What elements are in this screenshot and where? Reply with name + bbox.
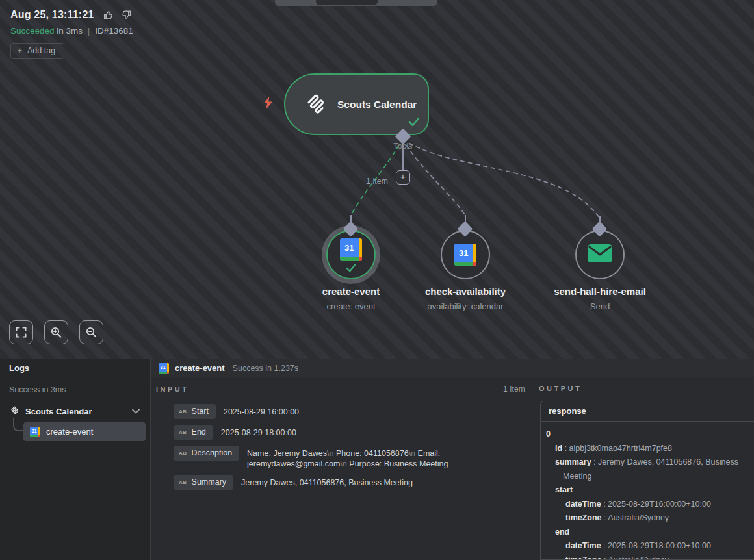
tool-node-check-availability[interactable]: 31 bbox=[441, 230, 490, 279]
response-entry-end: end bbox=[546, 526, 754, 540]
field-key-label: Start bbox=[192, 407, 209, 416]
thumbs-down-icon[interactable] bbox=[122, 10, 132, 20]
logs-title: Logs bbox=[0, 359, 150, 377]
input-title: INPUT bbox=[156, 385, 189, 393]
response-index: 0 bbox=[546, 427, 754, 442]
status-succeeded: Succeeded bbox=[10, 26, 55, 36]
tree-root-label: Scouts Calendar bbox=[25, 407, 92, 416]
input-field-row: ABEnd2025-08-29 18:00:00 bbox=[174, 425, 525, 440]
response-label: response bbox=[541, 401, 754, 422]
editor-executions-toggle[interactable] bbox=[275, 0, 437, 6]
response-entry-dateTime: dateTime : 2025-08-29T18:00:00+10:00 bbox=[546, 539, 754, 554]
execution-id: ID#13681 bbox=[95, 26, 133, 36]
canvas-controls bbox=[9, 320, 103, 344]
connection-items-count: 1 item bbox=[352, 177, 388, 186]
detail-node-name: create-event bbox=[175, 363, 225, 373]
execution-header: Aug 25, 13:11:21 Succeeded in 3ms bbox=[10, 9, 133, 59]
execution-status-row: Succeeded in 3ms | ID#13681 bbox=[10, 26, 133, 36]
field-value: Name: Jeremy Dawes\n Phone: 0411056876\n… bbox=[247, 446, 525, 469]
logs-summary: Success in 3ms bbox=[9, 385, 145, 394]
input-field-row: ABStart2025-08-29 16:00:00 bbox=[174, 404, 525, 419]
field-key-pill[interactable]: ABStart bbox=[174, 404, 216, 419]
zoom-out-button[interactable] bbox=[79, 320, 103, 344]
response-box: response 0 id : alpbj3tk0mao47hrtrl4m7pf… bbox=[540, 401, 754, 560]
field-value: 2025-08-29 16:00:00 bbox=[224, 404, 299, 417]
output-title: OUTPUT bbox=[539, 385, 754, 392]
execution-timestamp: Aug 25, 13:11:21 bbox=[10, 9, 94, 21]
response-tree[interactable]: 0 id : alpbj3tk0mao47hrtrl4m7pfe8summary… bbox=[541, 422, 754, 560]
plus-icon: + bbox=[18, 46, 22, 55]
string-type-icon: AB bbox=[179, 479, 187, 485]
workflow-canvas[interactable]: Aug 25, 13:11:21 Succeeded in 3ms bbox=[0, 0, 754, 359]
add-tool-button[interactable]: + bbox=[396, 170, 410, 185]
logs-tree-root-scouts-calendar[interactable]: Scouts Calendar bbox=[9, 405, 145, 418]
success-check-icon bbox=[346, 263, 356, 275]
google-calendar-icon: 31 bbox=[454, 244, 476, 266]
response-entry-timeZone: timeZone : Australia/Sydney bbox=[546, 511, 754, 526]
output-panel: OUTPUT response 0 id : alpbj3tk0mao47hrt… bbox=[532, 377, 754, 560]
field-key-pill[interactable]: ABEnd bbox=[174, 425, 213, 440]
tree-child-label: create-event bbox=[46, 427, 93, 437]
response-entry-summary: summary : Jeremy Dawes, 0411056876, Busi… bbox=[546, 455, 754, 483]
toggle-active-segment bbox=[316, 0, 378, 5]
chevron-down-icon[interactable] bbox=[132, 409, 140, 414]
node-detail-panel: 31 create-event Success in 1.237s INPUT … bbox=[151, 359, 754, 560]
logs-tree-child-create-event[interactable]: 31 create-event bbox=[23, 422, 146, 441]
response-entry-id: id : alpbj3tk0mao47hrtrl4m7pfe8 bbox=[546, 442, 754, 456]
logs-sidebar: Logs Success in 3ms Scouts Calendar bbox=[0, 359, 151, 560]
response-entry-start: start bbox=[546, 483, 754, 498]
trigger-bolt-icon bbox=[263, 96, 274, 112]
tool-node-create-event[interactable]: 31 bbox=[326, 230, 376, 279]
string-type-icon: AB bbox=[179, 429, 187, 435]
zoom-in-button[interactable] bbox=[44, 320, 68, 344]
field-value: 2025-08-29 18:00:00 bbox=[221, 425, 296, 438]
input-panel: INPUT 1 item ABStart2025-08-29 16:00:00A… bbox=[151, 377, 532, 560]
google-calendar-icon: 31 bbox=[159, 363, 169, 374]
tree-connector-line bbox=[13, 418, 23, 431]
tool-label-send-hall-hire-email: send-hall-hire-email Send bbox=[541, 286, 658, 311]
add-tag-label: Add tag bbox=[27, 46, 55, 55]
agent-scribble-icon bbox=[9, 405, 20, 418]
tool-label-create-event: create-event create: event bbox=[292, 286, 410, 311]
field-key-label: Summary bbox=[192, 477, 226, 487]
detail-header: 31 create-event Success in 1.237s bbox=[151, 359, 754, 377]
response-entry-dateTime: dateTime : 2025-08-29T16:00:00+10:00 bbox=[546, 498, 754, 512]
string-type-icon: AB bbox=[179, 450, 187, 456]
field-key-label: Description bbox=[192, 448, 233, 457]
agent-node-scouts-calendar[interactable]: Scouts Calendar bbox=[284, 73, 429, 135]
add-tag-button[interactable]: + Add tag bbox=[10, 43, 64, 59]
n8n-execution-view: Aug 25, 13:11:21 Succeeded in 3ms bbox=[0, 0, 754, 560]
input-field-row: ABSummaryJeremy Dawes, 0411056876, Busin… bbox=[174, 475, 525, 490]
agent-node-label: Scouts Calendar bbox=[337, 99, 417, 110]
field-key-pill[interactable]: ABDescription bbox=[174, 446, 239, 461]
fit-view-button[interactable] bbox=[9, 320, 33, 344]
input-items-count: 1 item bbox=[503, 385, 525, 394]
detail-node-status: Success in 1.237s bbox=[233, 364, 298, 373]
response-entry-timeZone: timeZone : Australia/Sydney bbox=[546, 554, 754, 560]
google-calendar-icon: 31 bbox=[30, 427, 40, 437]
email-envelope-icon bbox=[587, 244, 613, 266]
string-type-icon: AB bbox=[179, 409, 187, 414]
field-key-pill[interactable]: ABSummary bbox=[174, 475, 233, 490]
success-check-icon bbox=[408, 117, 420, 129]
thumbs-up-icon[interactable] bbox=[103, 10, 113, 20]
tool-node-send-hall-hire-email[interactable] bbox=[575, 230, 625, 279]
tools-output-label: Tools bbox=[385, 142, 421, 151]
agent-scribble-icon bbox=[302, 90, 328, 119]
execution-duration: in 3ms bbox=[57, 26, 83, 36]
bottom-panel: Logs Success in 3ms Scouts Calendar bbox=[0, 359, 754, 560]
separator: | bbox=[88, 26, 90, 36]
field-value: Jeremy Dawes, 0411056876, Business Meeti… bbox=[241, 475, 413, 488]
field-key-label: End bbox=[192, 427, 206, 437]
google-calendar-icon: 31 bbox=[340, 238, 362, 261]
input-fields-list: ABStart2025-08-29 16:00:00ABEnd2025-08-2… bbox=[174, 404, 525, 490]
tool-label-check-availability: check-availability availability: calenda… bbox=[407, 286, 524, 311]
input-field-row: ABDescriptionName: Jeremy Dawes\n Phone:… bbox=[174, 446, 525, 469]
